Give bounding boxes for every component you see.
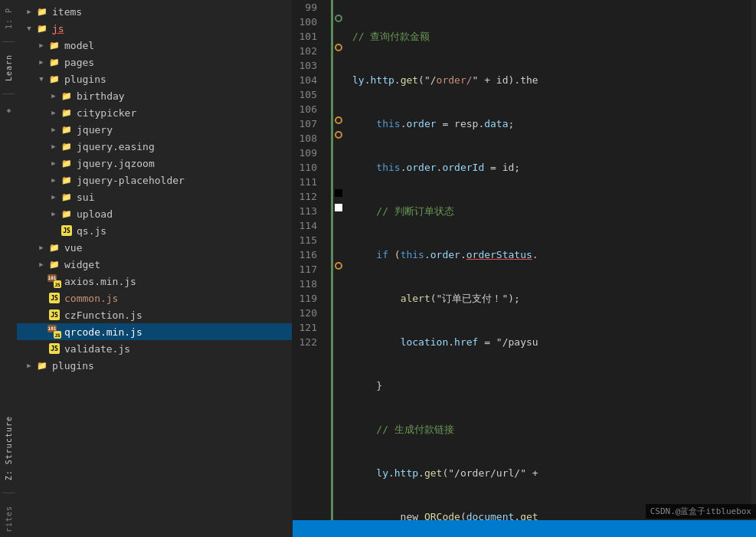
code-span: ( (460, 509, 466, 520)
line-num-118: 118 (293, 277, 323, 291)
activity-bar-separator-3 (2, 493, 15, 493)
code-span: . (460, 247, 466, 262)
activity-bar-item-p[interactable]: 1: P (3, 3, 15, 34)
js-file-icon-validate: JS (47, 342, 61, 355)
tree-item-qrcode-min-js[interactable]: 101 JS qrcode.min.js (17, 323, 292, 340)
gutter (331, 0, 348, 520)
line-num-107: 107 (293, 116, 323, 131)
tree-item-plugins-bottom[interactable]: plugins (17, 357, 292, 374)
tree-item-jquery[interactable]: jquery (17, 121, 292, 138)
tree-item-jquery-jqzoom[interactable]: jquery.jqzoom (17, 155, 292, 172)
tree-label-common-js: common.js (64, 293, 286, 304)
code-span: // 判断订单状态 (352, 204, 454, 218)
tree-label-czfunction-js: czFunction.js (64, 309, 286, 321)
code-span: data (484, 116, 508, 131)
tree-label-js: js (52, 23, 286, 34)
code-span: ( (388, 247, 401, 262)
tree-item-model[interactable]: model (17, 37, 292, 54)
tree-arrow-jquery-easing (47, 140, 60, 152)
activity-bar-item-learn[interactable]: Learn (3, 50, 15, 86)
folder-icon-jquery-jqzoom (60, 156, 74, 170)
tree-item-birthday[interactable]: birthday (17, 87, 292, 104)
tree-arrow-vue (35, 241, 47, 254)
status-bar (293, 520, 756, 537)
tree-arrow-sui (47, 191, 60, 203)
min-js-icon-qrcode: 101 JS (47, 325, 61, 339)
tree-arrow-jquery (47, 123, 60, 136)
file-tree: items js model pages plugins (17, 0, 292, 537)
code-span: if (376, 247, 388, 262)
code-span (352, 335, 401, 349)
tree-arrow-jquery-placeholder (47, 174, 60, 186)
line-num-109: 109 (293, 146, 323, 160)
line-num-100: 100 (293, 15, 323, 29)
code-span: order/ (437, 73, 473, 87)
code-span: http (394, 466, 418, 480)
tree-label-axios-min-js: axios.min.js (64, 276, 286, 287)
tree-item-vue[interactable]: vue (17, 239, 292, 256)
minimap[interactable] (751, 0, 756, 520)
code-span: = id; (484, 160, 520, 175)
tree-item-sui[interactable]: sui (17, 188, 292, 205)
code-span: href (454, 335, 478, 349)
tree-arrow-czfunction (35, 309, 47, 321)
tree-label-model: model (64, 40, 286, 51)
sidebar: items js model pages plugins (17, 0, 293, 537)
line-num-110: 110 (293, 160, 323, 175)
tree-arrow-plugins (35, 73, 47, 85)
code-line-104: if (this.order.orderStatus. (352, 247, 751, 262)
tree-item-qs-js[interactable]: JS qs.js (17, 222, 292, 239)
code-line-105: alert("订单已支付！"); (352, 291, 751, 306)
line-num-105: 105 (293, 87, 323, 102)
min-js-icon-axios: 101 JS (47, 274, 61, 288)
activity-bar-item-icon[interactable]: ◈ (3, 102, 15, 120)
watermark: CSDN.@蓝盒子itbluebox (646, 504, 756, 519)
editor-area: 99 100 101 102 103 104 105 106 107 108 1… (293, 0, 756, 537)
tree-item-jquery-easing[interactable]: jquery.easing (17, 138, 292, 155)
tree-item-validate-js[interactable]: JS validate.js (17, 340, 292, 357)
code-span: . (514, 509, 520, 520)
tree-item-pages[interactable]: pages (17, 54, 292, 70)
tree-label-widget: widget (64, 259, 286, 270)
folder-icon-items (35, 5, 49, 18)
tree-item-items[interactable]: items (17, 3, 292, 20)
tree-label-jquery-easing: jquery.easing (77, 141, 286, 152)
code-line-102: this.order.orderId = id; (352, 160, 751, 175)
code-span: = resp. (437, 116, 485, 131)
tree-arrow-jquery-jqzoom (47, 157, 60, 169)
tree-item-jquery-placeholder[interactable]: jquery-placeholder (17, 172, 292, 188)
tree-arrow-model (35, 39, 47, 51)
code-content[interactable]: // 查询付款金额 ly.http.get("/order/" + id).th… (348, 0, 751, 520)
tree-item-citypicker[interactable]: citypicker (17, 104, 292, 121)
tree-label-pages: pages (64, 57, 286, 68)
activity-bar-item-rites[interactable]: rites (3, 501, 15, 537)
tree-item-js[interactable]: js (17, 20, 292, 37)
tree-arrow-common (35, 292, 47, 304)
code-line-109: ly.http.get("/order/url/" + (352, 466, 751, 480)
activity-bar-separator (2, 41, 15, 42)
code-span: order (406, 160, 436, 175)
folder-icon-jquery-easing (60, 139, 74, 153)
activity-bar-item-structure[interactable]: Z: Structure (3, 411, 15, 485)
tree-label-plugins-bottom: plugins (52, 360, 286, 372)
code-line-101: this.order = resp.data; (352, 116, 751, 131)
code-span: ; (509, 116, 515, 131)
code-span: order (430, 247, 460, 262)
editor-content: 99 100 101 102 103 104 105 106 107 108 1… (293, 0, 756, 520)
tree-item-common-js[interactable]: JS common.js (17, 290, 292, 306)
gutter-marker-114 (335, 189, 342, 197)
js-file-icon-qs: JS (60, 224, 74, 237)
code-span (352, 247, 376, 262)
code-span: . (401, 160, 407, 175)
tree-item-axios-min-js[interactable]: 101 JS axios.min.js (17, 273, 292, 290)
code-span: this (376, 160, 400, 175)
code-span: get (520, 509, 538, 520)
gutter-marker-115 (335, 204, 342, 211)
tree-item-plugins[interactable]: plugins (17, 70, 292, 87)
code-span: ("订单已支付！"); (430, 291, 520, 306)
tree-item-czfunction-js[interactable]: JS czFunction.js (17, 306, 292, 323)
tree-label-jquery-placeholder: jquery-placeholder (77, 175, 286, 186)
tree-item-upload[interactable]: upload (17, 205, 292, 222)
tree-label-birthday: birthday (77, 90, 286, 102)
tree-item-widget[interactable]: widget (17, 256, 292, 273)
